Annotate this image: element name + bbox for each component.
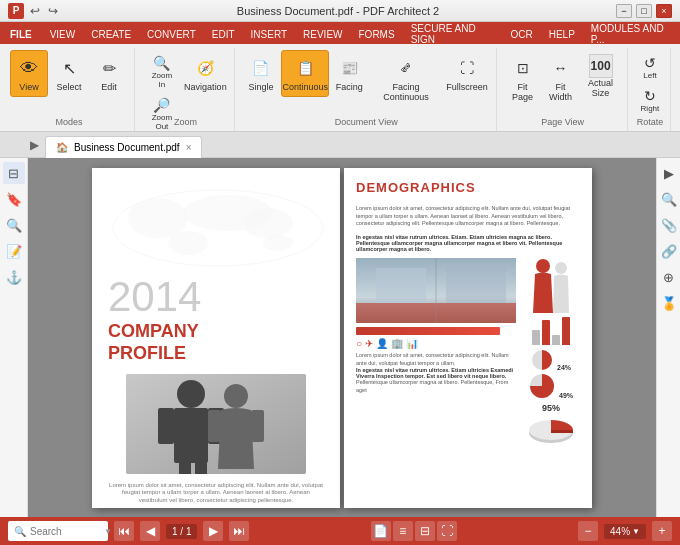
zoom-in-status-button[interactable]: +	[652, 521, 672, 541]
redo-button[interactable]: ↪	[46, 4, 60, 18]
rotate-group-label: Rotate	[637, 117, 664, 127]
first-page-button[interactable]: ⏮	[114, 521, 134, 541]
ribbon-btn-actualsize[interactable]: 100 Actual Size	[581, 50, 621, 103]
tab-convert[interactable]: CONVERT	[139, 24, 204, 44]
right-sidebar-search-icon[interactable]: 🔍	[658, 188, 680, 210]
edit-icon: ✏	[95, 54, 123, 82]
svg-rect-13	[195, 463, 207, 474]
ribbon-btn-facing[interactable]: 📰 Facing	[331, 50, 367, 97]
prev-page-button[interactable]: ◀	[140, 521, 160, 541]
tab-ocr[interactable]: OCR	[502, 24, 540, 44]
right-sidebar-link-icon[interactable]: 🔗	[658, 240, 680, 262]
ribbon-btn-view[interactable]: 👁 View	[10, 50, 48, 97]
minimize-button[interactable]: −	[616, 4, 632, 18]
sidebar-annotation-icon[interactable]: 📝	[3, 240, 25, 262]
ribbon-btn-single[interactable]: 📄 Single	[243, 50, 279, 97]
ribbon-group-rotate: ↺ Left ↻ Right Rotate	[630, 48, 672, 131]
view-label: View	[19, 83, 38, 93]
tab-modules[interactable]: MODULES AND P...	[583, 24, 680, 44]
select-icon: ↖	[55, 54, 83, 82]
tab-secure[interactable]: SECURE AND SIGN	[403, 24, 503, 44]
body-para1: Lorem ipsum dolor sit amet, consectetur …	[356, 205, 580, 228]
ribbon-btn-fitpage[interactable]: ⊡ Fit Page	[505, 50, 541, 107]
search-input[interactable]	[30, 526, 100, 537]
right-panel-toggle-icon[interactable]: ▶	[658, 162, 680, 184]
statusbar: 🔍 ▼ ⏮ ◀ 1 / 1 ▶ ⏭ 📄 ≡ ⊟ ⛶ − 44% ▼ +	[0, 517, 680, 545]
status-fullscreen-icon[interactable]: ⛶	[437, 521, 457, 541]
maximize-button[interactable]: □	[636, 4, 652, 18]
sidebar-search-icon[interactable]: 🔍	[3, 214, 25, 236]
bar-3	[552, 335, 560, 345]
view-mode-icons: 📄 ≡ ⊟ ⛶	[371, 521, 457, 541]
actual-size-label: Actual Size	[586, 79, 616, 99]
ribbon-group-zoom: 🔍 Zoom In 🔎 Zoom Out 🧭 Navigation Zoom	[137, 48, 235, 131]
ribbon-btn-fitwidth[interactable]: ↔ Fit Width	[543, 50, 579, 107]
airplane-icon: ✈	[365, 338, 373, 349]
svg-point-1	[128, 198, 188, 238]
zoom-level: 44% ▼	[604, 524, 646, 539]
status-continuous-view-icon[interactable]: ≡	[393, 521, 413, 541]
tab-review[interactable]: REVIEW	[295, 24, 350, 44]
rotate-right-icon: ↻	[644, 88, 656, 104]
tab-view[interactable]: VIEW	[42, 24, 84, 44]
search-area[interactable]: 🔍 ▼	[8, 521, 108, 541]
undo-button[interactable]: ↩	[28, 4, 42, 18]
right-sidebar-layers-icon[interactable]: ⊕	[658, 266, 680, 288]
section-title: DEMOGRAPHICS	[356, 180, 580, 195]
ribbon-btn-navigation[interactable]: 🧭 Navigation	[183, 50, 228, 97]
percent-row-2: 49%	[529, 373, 573, 399]
next-page-button[interactable]: ▶	[203, 521, 223, 541]
ribbon-btn-zoomin[interactable]: 🔍 Zoom In	[143, 52, 181, 92]
tab-insert[interactable]: INSERT	[243, 24, 296, 44]
tab-help[interactable]: HELP	[541, 24, 583, 44]
person-icon: 👤	[376, 338, 388, 349]
ribbon-btn-select[interactable]: ↖ Select	[50, 50, 88, 97]
people-image	[126, 374, 306, 474]
right-sidebar-clip-icon[interactable]: 📎	[658, 214, 680, 236]
status-facing-view-icon[interactable]: ⊟	[415, 521, 435, 541]
sidebar-bookmark-icon[interactable]: 🔖	[3, 188, 25, 210]
infographic-row: ○ ✈ 👤 🏢 📊 Lorem ipsum dolor sit amet, co…	[356, 258, 580, 443]
navigation-label: Navigation	[184, 83, 227, 93]
right-sidebar-badge-icon[interactable]: 🏅	[658, 292, 680, 314]
close-button[interactable]: ×	[656, 4, 672, 18]
ribbon-btn-continuous[interactable]: 📋 Continuous	[281, 50, 329, 97]
gender-silhouettes	[531, 258, 571, 313]
search-dropdown-icon[interactable]: ▼	[104, 527, 112, 536]
ribbon-btn-facing-continuous[interactable]: 🗞 Facing Continuous	[369, 50, 442, 107]
continuous-icon: 📋	[291, 54, 319, 82]
tab-file[interactable]: FILE	[0, 24, 42, 44]
sidebar-thumbnail-icon[interactable]: ⊟	[3, 162, 25, 184]
modes-group-label: Modes	[55, 117, 82, 127]
sidebar-anchor-icon[interactable]: ⚓	[3, 266, 25, 288]
ribbon-btn-rotate-right[interactable]: ↻ Right	[636, 85, 665, 116]
last-page-button[interactable]: ⏭	[229, 521, 249, 541]
status-single-view-icon[interactable]: 📄	[371, 521, 391, 541]
building-icon: 🏢	[391, 338, 403, 349]
pdf-tab-icon: 🏠	[56, 142, 68, 153]
caption-text: Lorem ipsum dolor sit amet, consectetur …	[108, 482, 324, 505]
zoom-dropdown-icon[interactable]: ▼	[632, 527, 640, 536]
ribbon-btn-rotate-left[interactable]: ↺ Left	[636, 52, 665, 83]
right-page-inner: DEMOGRAPHICS Lorem ipsum dolor sit amet,…	[344, 168, 592, 508]
svg-rect-12	[179, 463, 191, 474]
doc-tabbar: ▶ 🏠 Business Document.pdf ×	[0, 132, 680, 158]
expand-arrow-icon[interactable]: ▶	[30, 138, 39, 152]
ribbon-btn-zoomout[interactable]: 🔎 Zoom Out	[143, 94, 181, 134]
search-icon: 🔍	[14, 526, 26, 537]
zoom-out-status-button[interactable]: −	[578, 521, 598, 541]
facing-icon: 📰	[335, 54, 363, 82]
tab-forms[interactable]: FORMS	[351, 24, 403, 44]
chart-icon: 📊	[406, 338, 418, 349]
pdf-page-right: DEMOGRAPHICS Lorem ipsum dolor sit amet,…	[344, 168, 592, 508]
tab-create[interactable]: CREATE	[83, 24, 139, 44]
svg-rect-20	[446, 263, 506, 303]
zoom-out-label: Zoom Out	[148, 113, 176, 131]
window-controls: − □ ×	[616, 4, 672, 18]
percent1: 24%	[557, 364, 571, 371]
tab-edit[interactable]: EDIT	[204, 24, 243, 44]
ribbon-btn-edit[interactable]: ✏ Edit	[90, 50, 128, 97]
company-text: COMPANY	[108, 322, 324, 342]
page-info: 1 / 1	[166, 524, 197, 539]
ribbon-btn-fullscreen[interactable]: ⛶ Fullscreen	[445, 50, 490, 97]
